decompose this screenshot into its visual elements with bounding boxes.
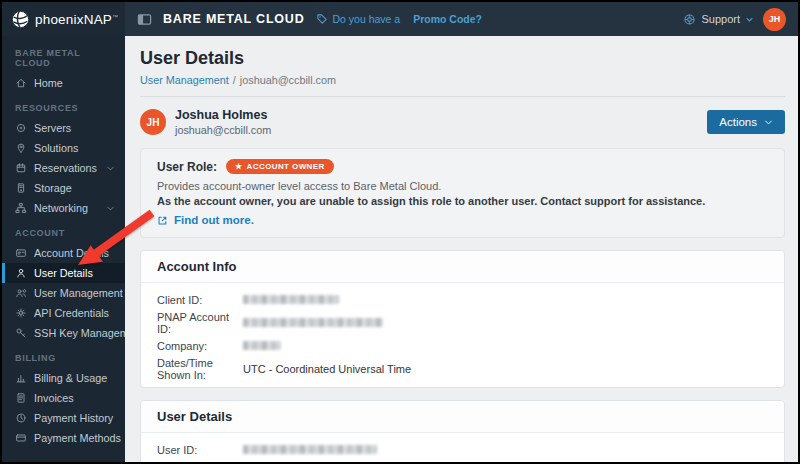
sidebar-section-account: ACCOUNT: [2, 218, 125, 243]
chevron-down-icon: [764, 118, 773, 127]
globe-icon: [11, 10, 30, 29]
chevron-down-icon: [106, 164, 115, 173]
app-window: phoenixNAP™ BARE METAL CLOUD Do you have…: [2, 2, 798, 462]
page-title: User Details: [140, 48, 785, 69]
role-description: Provides account-owner level access to B…: [157, 180, 768, 192]
sidebar-item-payment-methods[interactable]: Payment Methods: [2, 428, 125, 448]
user-details-title: User Details: [141, 401, 784, 433]
role-note: As the account owner, you are unable to …: [157, 195, 768, 207]
account-info-title: Account Info: [141, 251, 784, 283]
topbar-main: BARE METAL CLOUD Do you have a Promo Cod…: [125, 2, 798, 36]
sidebar-item-ssh-key-management[interactable]: SSH Key Management: [2, 323, 125, 343]
support-lifering-icon: [683, 13, 696, 26]
info-row-first-name: First Name: Joshua: [141, 461, 784, 462]
user-avatar[interactable]: JH: [763, 8, 786, 31]
home-icon: [15, 77, 27, 89]
sidebar: BARE METAL CLOUD Home RESOURCES Servers …: [2, 36, 125, 462]
clock-icon: [15, 412, 27, 424]
sidebar-toggle-icon[interactable]: [137, 12, 152, 27]
user-icon: [15, 267, 27, 279]
sidebar-section-resources: RESOURCES: [2, 93, 125, 118]
redacted-value: [243, 445, 377, 454]
networking-icon: [15, 202, 27, 214]
calendar-icon: [15, 162, 27, 174]
info-row-pnap-account-id: PNAP Account ID:: [141, 311, 784, 334]
topbar-right: Support JH: [683, 8, 786, 31]
sidebar-item-api-credentials[interactable]: API Credentials: [2, 303, 125, 323]
support-menu[interactable]: Support: [683, 13, 754, 26]
storage-icon: [15, 182, 27, 194]
user-email: joshuah@ccbill.com: [175, 124, 271, 136]
gear-icon: [15, 307, 27, 319]
actions-button[interactable]: Actions: [707, 110, 785, 134]
user-summary-row: JH Joshua Holmes joshuah@ccbill.com Acti…: [140, 97, 785, 148]
key-icon: [15, 327, 27, 339]
breadcrumb-separator: /: [233, 74, 236, 86]
breadcrumb-current: joshuah@ccbill.com: [240, 74, 336, 86]
info-row-client-id: Client ID:: [141, 288, 784, 311]
find-out-more-link[interactable]: Find out more.: [157, 214, 768, 226]
sidebar-item-solutions[interactable]: Solutions: [2, 138, 125, 158]
chevron-down-icon: [745, 15, 754, 24]
sidebar-item-servers[interactable]: Servers: [2, 118, 125, 138]
sidebar-item-user-management[interactable]: User Management: [2, 283, 125, 303]
info-row-user-id: User ID:: [141, 438, 784, 461]
users-icon: [15, 287, 27, 299]
servers-icon: [15, 122, 27, 134]
chevron-down-icon: [106, 204, 115, 213]
redacted-value: [243, 295, 339, 304]
sidebar-item-account-details[interactable]: Account Details: [2, 243, 125, 263]
topbar: phoenixNAP™ BARE METAL CLOUD Do you have…: [2, 2, 798, 36]
user-details-card: User Details User ID: First Name: Joshua…: [140, 400, 785, 462]
sidebar-item-reservations[interactable]: Reservations: [2, 158, 125, 178]
sidebar-section-bmc: BARE METAL CLOUD: [2, 38, 125, 73]
product-name: BARE METAL CLOUD: [163, 12, 305, 26]
user-name: Joshua Holmes: [175, 108, 271, 122]
sidebar-item-user-details[interactable]: User Details: [2, 263, 125, 283]
redacted-value: [243, 318, 383, 327]
external-link-icon: [157, 215, 168, 226]
phoenixnap-logo[interactable]: phoenixNAP™: [2, 2, 125, 36]
sidebar-section-billing: BILLING: [2, 343, 125, 368]
breadcrumb: User Management / joshuah@ccbill.com: [140, 74, 785, 86]
promo-tag-icon: [316, 13, 328, 25]
bar-chart-icon: [15, 372, 27, 384]
sidebar-item-networking[interactable]: Networking: [2, 198, 125, 218]
user-role-label: User Role:: [157, 160, 217, 174]
sidebar-item-billing-usage[interactable]: Billing & Usage: [2, 368, 125, 388]
user-role-panel: User Role: ★ ACCOUNT OWNER Provides acco…: [140, 148, 785, 238]
info-row-company: Company:: [141, 334, 784, 357]
avatar: JH: [140, 109, 166, 135]
invoice-icon: [15, 392, 27, 404]
breadcrumb-user-management-link[interactable]: User Management: [140, 74, 229, 86]
main-content: User Details User Management / joshuah@c…: [125, 36, 798, 462]
star-icon: ★: [235, 163, 243, 171]
sidebar-item-invoices[interactable]: Invoices: [2, 388, 125, 408]
account-info-card: Account Info Client ID: PNAP Account ID:…: [140, 250, 785, 388]
id-card-icon: [15, 247, 27, 259]
redacted-value: [243, 341, 281, 350]
promo-code-link[interactable]: Do you have a Promo Code?: [316, 13, 482, 25]
account-owner-badge: ★ ACCOUNT OWNER: [226, 159, 334, 174]
info-row-timezone: Dates/Time Shown In: UTC - Coordinated U…: [141, 357, 784, 380]
credit-card-icon: [15, 432, 27, 444]
map-pin-icon: [15, 142, 27, 154]
sidebar-item-payment-history[interactable]: Payment History: [2, 408, 125, 428]
logo-text: phoenixNAP™: [35, 12, 118, 27]
sidebar-item-storage[interactable]: Storage: [2, 178, 125, 198]
sidebar-item-home[interactable]: Home: [2, 73, 125, 93]
